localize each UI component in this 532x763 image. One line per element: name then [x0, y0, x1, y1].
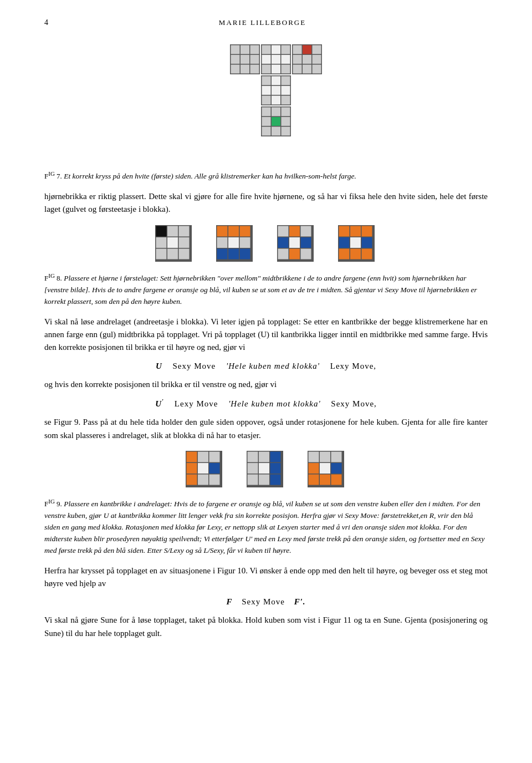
svg-rect-116 — [331, 463, 342, 474]
fig7-svg — [194, 39, 338, 161]
svg-rect-101 — [248, 451, 258, 462]
svg-rect-67 — [217, 248, 228, 259]
svg-rect-6 — [250, 55, 259, 64]
svg-rect-69 — [240, 248, 250, 259]
svg-rect-78 — [289, 248, 300, 259]
svg-rect-117 — [309, 474, 319, 485]
svg-rect-55 — [167, 237, 178, 248]
svg-rect-74 — [278, 237, 289, 248]
svg-rect-106 — [270, 463, 281, 474]
svg-rect-9 — [250, 64, 259, 73]
top-row-right-cube — [292, 44, 322, 74]
formula3: F Sexy Move F′. — [44, 596, 488, 608]
svg-rect-109 — [270, 474, 281, 485]
svg-rect-34 — [262, 86, 271, 95]
svg-rect-119 — [331, 474, 342, 485]
svg-rect-71 — [278, 226, 289, 236]
svg-rect-19 — [282, 64, 290, 73]
svg-rect-92 — [198, 451, 208, 462]
bottom-center-cube — [261, 106, 291, 136]
svg-rect-118 — [320, 474, 330, 485]
fig9-cube2 — [247, 451, 285, 492]
svg-rect-28 — [303, 64, 311, 73]
svg-rect-23 — [313, 45, 321, 54]
fig8-figures — [44, 225, 488, 267]
svg-rect-75 — [289, 237, 300, 248]
svg-rect-108 — [259, 474, 269, 485]
svg-rect-59 — [179, 248, 190, 259]
svg-rect-24 — [293, 55, 302, 64]
svg-rect-51 — [156, 226, 167, 236]
svg-rect-102 — [259, 451, 269, 462]
svg-rect-44 — [262, 117, 271, 126]
svg-rect-107 — [248, 474, 258, 485]
paragraph1: hjørnebrikka er riktig plassert. Dette s… — [44, 190, 488, 216]
author-name: MARIE LILLEBORGE — [219, 17, 306, 28]
paragraph5: Herfra har krysset på topplaget en av si… — [44, 564, 488, 591]
svg-rect-65 — [228, 237, 239, 248]
top-row-center-cube — [261, 44, 291, 74]
svg-rect-62 — [228, 226, 239, 236]
svg-rect-7 — [231, 64, 240, 73]
svg-rect-86 — [362, 237, 372, 248]
fig7-figure — [44, 39, 488, 165]
svg-rect-85 — [350, 237, 361, 248]
svg-rect-5 — [241, 55, 249, 64]
svg-rect-79 — [301, 248, 311, 259]
svg-rect-18 — [272, 64, 280, 73]
svg-rect-45 — [272, 117, 280, 126]
fig9-figures — [44, 451, 488, 492]
svg-rect-96 — [209, 463, 220, 474]
svg-rect-53 — [179, 226, 190, 236]
svg-rect-58 — [167, 248, 178, 259]
svg-rect-93 — [209, 451, 220, 462]
svg-rect-83 — [362, 226, 372, 236]
svg-rect-113 — [331, 451, 342, 462]
svg-rect-89 — [362, 248, 372, 259]
svg-rect-8 — [241, 64, 249, 73]
svg-rect-103 — [270, 451, 281, 462]
svg-rect-114 — [309, 463, 319, 474]
formula1: U Sexy Move 'Hele kuben med klokka' Lexy… — [44, 360, 488, 373]
fig8-cube1 — [155, 225, 194, 267]
svg-rect-63 — [240, 226, 250, 236]
svg-rect-73 — [301, 226, 311, 236]
svg-rect-61 — [217, 226, 228, 236]
svg-rect-3 — [250, 45, 259, 54]
paragraph3: og hvis den korrekte posisjonen til brik… — [44, 378, 488, 391]
svg-rect-54 — [156, 237, 167, 248]
svg-rect-88 — [350, 248, 361, 259]
svg-rect-76 — [301, 237, 311, 248]
paragraph2: Vi skal nå løse andrelaget (andreetasje … — [44, 316, 488, 354]
svg-rect-33 — [282, 76, 290, 85]
svg-rect-26 — [313, 55, 321, 64]
svg-rect-35 — [272, 86, 280, 95]
svg-rect-82 — [350, 226, 361, 236]
fig8-cube3 — [277, 225, 316, 267]
svg-rect-38 — [272, 95, 280, 104]
svg-rect-43 — [282, 107, 290, 116]
svg-rect-16 — [282, 55, 290, 64]
svg-rect-29 — [313, 64, 321, 73]
mid-row-center-cube — [261, 75, 291, 105]
svg-rect-64 — [217, 237, 228, 248]
svg-rect-14 — [262, 55, 271, 64]
svg-rect-37 — [262, 95, 271, 104]
svg-rect-47 — [262, 126, 271, 135]
svg-rect-81 — [339, 226, 350, 236]
svg-rect-56 — [179, 237, 190, 248]
svg-rect-98 — [198, 474, 208, 485]
svg-rect-84 — [339, 237, 350, 248]
svg-rect-99 — [209, 474, 220, 485]
svg-rect-1 — [231, 45, 240, 54]
svg-rect-112 — [320, 451, 330, 462]
svg-rect-15 — [272, 55, 280, 64]
svg-rect-94 — [187, 463, 197, 474]
svg-rect-31 — [262, 76, 271, 85]
svg-rect-104 — [248, 463, 258, 474]
svg-rect-52 — [167, 226, 178, 236]
svg-rect-42 — [272, 107, 280, 116]
page-number: 4 — [44, 17, 48, 29]
svg-rect-36 — [282, 86, 290, 95]
formula2: U′ Lexy Move 'Hele kuben mot klokka' Sex… — [44, 396, 488, 410]
